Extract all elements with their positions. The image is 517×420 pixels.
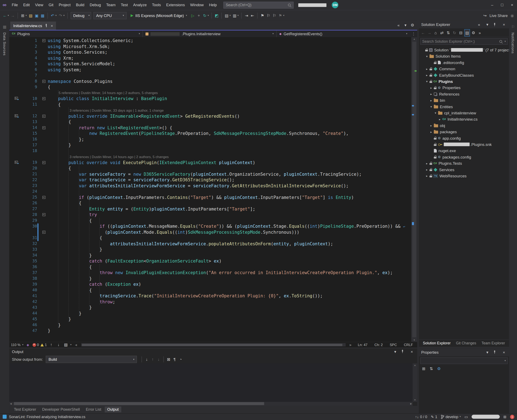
goto-next-message-icon[interactable]: ↓ [156, 356, 162, 363]
type-dropdown[interactable]: .Plugins.InitialInterview ▾ [143, 30, 277, 37]
project-dropdown[interactable]: C# Plugins ▾ [9, 30, 143, 37]
pending-changes[interactable]: ✎ 1 [431, 415, 437, 419]
tree-item--7-of-7-projects-[interactable]: Solution '' (7 of 7 projects) [419, 47, 509, 53]
tree-item-app-config[interactable]: ⚙app.config [419, 135, 509, 141]
menu-test[interactable]: Test [118, 0, 131, 10]
intellitrace-icon[interactable]: ◩ [214, 12, 220, 19]
tree-item-references[interactable]: ▸References [419, 91, 509, 97]
menu-build[interactable]: Build [73, 0, 87, 10]
tool-tab-team-explorer[interactable]: Team Explorer [479, 341, 508, 345]
output-vertical-scrollbar[interactable]: ▲ ▼ [413, 363, 417, 402]
panel-tab-output[interactable]: Output [105, 406, 121, 412]
tree-item-initialinterview-cs[interactable]: ▸C#InitialInterview.cs [419, 116, 509, 122]
expand-arrow-icon[interactable]: ▸ [425, 174, 428, 178]
open-file-icon[interactable]: ▨ [28, 12, 33, 19]
menu-git[interactable]: Git [46, 0, 56, 10]
tree-item-plugins[interactable]: ▾C#Plugins [419, 78, 509, 84]
document-list-icon[interactable]: ▾ [403, 22, 408, 29]
scroll-right-icon[interactable]: ▶ [348, 341, 353, 349]
scroll-left-icon[interactable]: ◀ [73, 341, 79, 349]
save-all-icon[interactable]: ▦ [40, 12, 45, 19]
collapse-panel-icon[interactable]: « [476, 21, 482, 28]
layout-icon[interactable]: ⊞ [503, 415, 506, 419]
close-icon[interactable]: × [501, 21, 507, 28]
tree-item-entities[interactable]: ▾Entities [419, 103, 509, 110]
quick-search-box[interactable]: Search (Ctrl+Q) [223, 1, 294, 8]
forward-icon[interactable]: → [427, 29, 432, 36]
tree-item-solution-items[interactable]: ▾Solution Items [419, 53, 509, 59]
expand-arrow-icon[interactable]: ▸ [430, 86, 433, 89]
code-editor[interactable]: 1−using System.Collections.Generic;2usin… [9, 37, 417, 342]
menu-project[interactable]: Project [56, 0, 73, 10]
expand-arrow-icon[interactable]: ▸ [430, 124, 433, 127]
spaces-indicator[interactable]: SPC [387, 343, 399, 347]
fold-marker[interactable]: − [42, 213, 45, 216]
tree-item-nuget-exe[interactable]: nuget.exe [419, 148, 509, 154]
output-horizontal-scrollbar[interactable]: ◀ ▶ [9, 402, 413, 406]
fold-marker[interactable]: − [42, 126, 45, 129]
data-sources-tab[interactable]: Data Sources [3, 32, 7, 56]
start-without-debugging-icon[interactable]: ▷ [190, 12, 196, 19]
branch-selector[interactable]: develop ▾ [441, 415, 461, 419]
tree-item-bin[interactable]: ▸bin [419, 97, 509, 103]
menu-file[interactable]: File [9, 0, 21, 10]
scroll-up-icon[interactable]: ▲ [413, 364, 417, 366]
sync-status[interactable]: ↑↓ 0 / 0 [415, 415, 427, 419]
minimize-button[interactable]: – [487, 0, 497, 10]
notifications-tab[interactable]: Notifications [511, 32, 515, 54]
window-position-icon[interactable]: ▾ [485, 349, 490, 356]
next-bookmark-icon[interactable]: ⚐ [272, 12, 277, 19]
scrollbar-thumb[interactable] [14, 402, 264, 405]
collapse-arrow-icon[interactable]: ▾ [434, 111, 437, 115]
panel-tab-developer-powershell[interactable]: Developer PowerShell [40, 406, 83, 412]
window-position-icon[interactable]: ▾ [485, 21, 490, 28]
output-source-dropdown[interactable]: Build ▾ [46, 356, 137, 363]
scroll-down-icon[interactable]: ▼ [413, 399, 417, 401]
overflow-icon[interactable]: » [477, 29, 482, 36]
editor-vertical-scrollbar[interactable]: ▲ ▼ [411, 37, 417, 342]
document-tab-initialinterview[interactable]: InitialInterview.cs × [10, 22, 56, 30]
expand-arrow-icon[interactable]: ▸ [425, 162, 428, 165]
show-all-files-icon[interactable]: ▤ [464, 29, 470, 36]
menu-debug[interactable]: Debug [87, 0, 103, 10]
horizontal-splitter[interactable] [419, 347, 509, 348]
line-ending-indicator[interactable]: CRLF [401, 343, 415, 347]
collapse-arrow-icon[interactable]: ▾ [425, 80, 428, 83]
categorized-icon[interactable]: ⊞ [421, 365, 427, 372]
goto-previous-message-icon[interactable]: ↑ [150, 356, 155, 363]
expand-arrow-icon[interactable]: ▸ [425, 73, 428, 77]
pin-icon[interactable] [493, 22, 498, 27]
collapse-arrow-icon[interactable]: ▾ [425, 54, 428, 58]
hot-reload-icon[interactable]: ✦ [196, 12, 201, 19]
fold-marker[interactable]: − [42, 97, 45, 100]
scroll-up-icon[interactable]: ▲ [411, 38, 417, 40]
previous-bookmark-icon[interactable]: ⚐ [266, 12, 271, 19]
feedback-icon[interactable]: ◉ [509, 12, 515, 19]
start-debugging-button[interactable]: ▶ IIS Express (Microsoft Edge) ▾ [128, 11, 190, 19]
close-button[interactable]: × [507, 0, 517, 10]
notifications-icon[interactable]: ⚐ [510, 23, 516, 30]
collapse-arrow-icon[interactable]: ▾ [430, 105, 433, 108]
unindent-icon[interactable]: ⇤ [250, 12, 255, 19]
chevron-down-icon[interactable]: ▾ [25, 12, 28, 19]
properties-icon[interactable]: ⚙ [471, 29, 476, 36]
error-count-badge[interactable]: 0 [32, 343, 39, 347]
editor-options-icon[interactable]: ⚙ [410, 22, 415, 29]
close-icon[interactable]: × [409, 348, 414, 355]
menu-analyze[interactable]: Analyze [131, 0, 149, 10]
tree-item-common[interactable]: ▸Common [419, 66, 509, 72]
expand-arrow-icon[interactable]: ▸ [430, 92, 433, 96]
output-content[interactable]: ▲ ▼ [9, 363, 417, 402]
solution-configurations-dropdown[interactable]: Debug▾ [71, 12, 91, 19]
notification-badge[interactable]: 1 [510, 415, 514, 419]
pin-icon[interactable] [493, 350, 498, 354]
chevron-down-icon[interactable]: ▾ [207, 12, 210, 19]
tree-item-services[interactable]: ▸Services [419, 166, 509, 172]
expand-arrow-icon[interactable]: ▸ [430, 99, 433, 102]
solution-search-box[interactable]: Search Solution Explorer (Ctrl+;) ▾ [420, 38, 508, 45]
scroll-right-icon[interactable]: ▶ [410, 402, 412, 405]
alphabetical-icon[interactable]: ⇅ [428, 365, 434, 372]
toggle-bookmark-icon[interactable]: ⚑ [259, 12, 265, 19]
code-analysis-icon[interactable]: ◈ [25, 341, 31, 349]
scrollbar-thumb[interactable] [82, 344, 342, 346]
